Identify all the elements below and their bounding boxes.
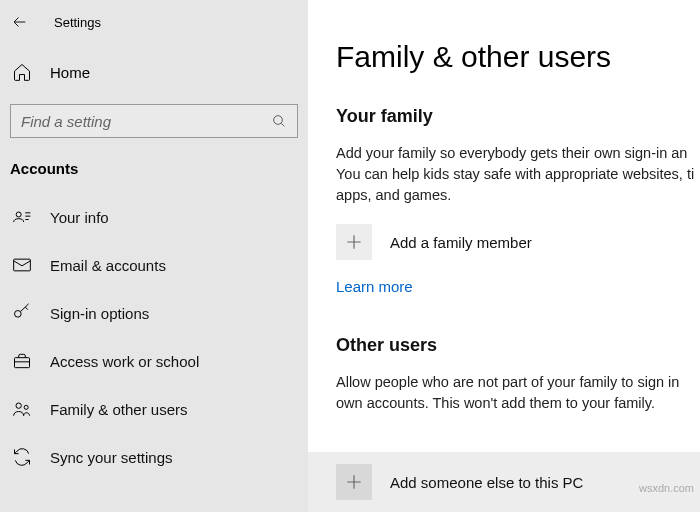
plus-icon-box [336,464,372,500]
people-icon [12,399,32,419]
svg-point-1 [16,212,21,217]
plus-icon-box [336,224,372,260]
nav-label: Sync your settings [50,449,173,466]
window-title: Settings [54,15,101,30]
section-title-family: Your family [336,106,700,127]
mail-icon [12,255,32,275]
plus-icon [344,472,364,492]
add-family-label: Add a family member [390,234,532,251]
learn-more-link[interactable]: Learn more [336,278,413,295]
search-box[interactable] [10,104,298,138]
sync-icon [12,447,32,467]
section-text-other: Allow people who are not part of your fa… [336,372,700,414]
person-card-icon [12,207,32,227]
nav-label: Access work or school [50,353,199,370]
svg-point-6 [24,405,28,409]
add-someone-label: Add someone else to this PC [390,474,583,491]
sidebar-item-sign-in-options[interactable]: Sign-in options [0,289,308,337]
nav-label: Family & other users [50,401,188,418]
section-label: Accounts [0,160,308,193]
watermark: wsxdn.com [639,482,694,494]
nav-label: Sign-in options [50,305,149,322]
arrow-left-icon [11,13,29,31]
main-content: Family & other users Your family Add you… [308,0,700,512]
sidebar-item-your-info[interactable]: Your info [0,193,308,241]
sidebar-item-email-accounts[interactable]: Email & accounts [0,241,308,289]
section-text-family: Add your family so everybody gets their … [336,143,700,206]
page-title: Family & other users [336,40,700,74]
sidebar-item-sync-settings[interactable]: Sync your settings [0,433,308,481]
home-icon [12,62,32,82]
home-nav[interactable]: Home [0,44,308,100]
svg-point-0 [274,116,283,125]
key-icon [12,303,32,323]
svg-rect-4 [15,358,30,368]
plus-icon [344,232,364,252]
search-input[interactable] [21,113,271,130]
briefcase-icon [12,351,32,371]
section-title-other: Other users [336,335,700,356]
svg-rect-2 [14,259,31,271]
search-icon [271,113,287,129]
sidebar-item-access-work-school[interactable]: Access work or school [0,337,308,385]
home-label: Home [50,64,90,81]
add-family-member-button[interactable]: Add a family member [336,224,700,260]
sidebar-item-family-other-users[interactable]: Family & other users [0,385,308,433]
header: Settings [0,8,308,44]
sidebar: Settings Home Accounts Your info Email &… [0,0,308,512]
svg-point-3 [15,311,22,318]
back-button[interactable] [10,12,30,32]
nav-label: Email & accounts [50,257,166,274]
svg-point-5 [16,403,21,408]
nav-label: Your info [50,209,109,226]
